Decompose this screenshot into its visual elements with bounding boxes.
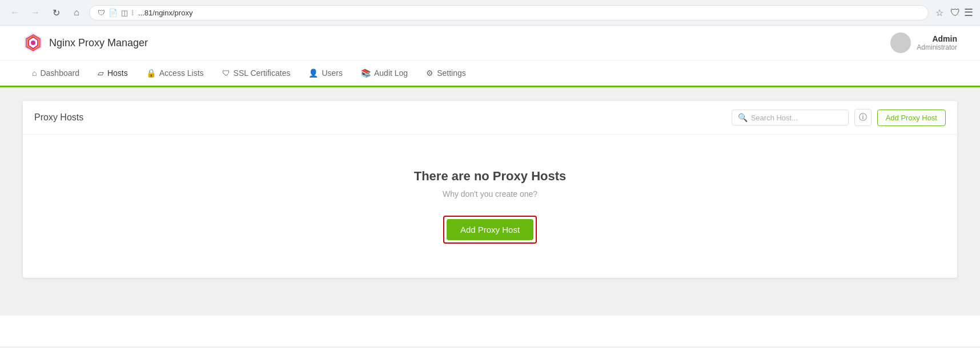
bookmark-button[interactable]: ☆ [933, 7, 946, 18]
nav-item-dashboard[interactable]: ⌂ Dashboard [23, 60, 89, 87]
forward-button[interactable]: → [27, 5, 43, 21]
nav-label-audit-log: Audit Log [374, 68, 408, 78]
proxy-card-actions: 🔍 ⓘ Add Proxy Host [732, 109, 946, 126]
main-content: Proxy Hosts 🔍 ⓘ Add Proxy Host There are… [0, 87, 980, 315]
page-icon: 📄 [109, 9, 118, 17]
nav-label-ssl: SSL Certificates [234, 68, 291, 78]
search-input[interactable] [751, 114, 842, 122]
reload-button[interactable]: ↻ [48, 5, 64, 21]
search-icon: 🔍 [738, 113, 748, 122]
audit-icon: 📚 [361, 68, 371, 78]
grid-icon: ⁝ [131, 9, 134, 17]
user-role: Administrator [917, 43, 957, 51]
app-nav: ⌂ Dashboard ▱ Hosts 🔒 Access Lists 🛡 SSL… [0, 60, 980, 87]
shield-browser-icon: 🛡 [950, 7, 961, 19]
nav-label-settings: Settings [437, 68, 466, 78]
app-logo-icon [23, 33, 43, 53]
home-button[interactable]: ⌂ [69, 5, 85, 21]
app-title: Nginx Proxy Manager [49, 37, 148, 49]
menu-icon: ☰ [964, 6, 973, 19]
app-logo: Nginx Proxy Manager [23, 33, 148, 53]
svg-point-4 [31, 41, 35, 45]
address-text: ...81/nginx/proxy [138, 9, 920, 17]
nav-item-hosts[interactable]: ▱ Hosts [89, 60, 137, 87]
add-proxy-host-main-button[interactable]: Add Proxy Host [447, 219, 533, 240]
dashboard-icon: ⌂ [32, 68, 37, 78]
nav-label-users: Users [322, 68, 343, 78]
nav-item-settings[interactable]: ⚙ Settings [417, 60, 475, 87]
app-wrapper: Nginx Proxy Manager Admin Administrator … [0, 26, 980, 346]
help-button[interactable]: ⓘ [854, 109, 871, 126]
nav-item-ssl[interactable]: 🛡 SSL Certificates [213, 60, 300, 87]
nav-item-users[interactable]: 👤 Users [299, 60, 352, 87]
user-details: Admin Administrator [917, 34, 957, 51]
hosts-icon: ▱ [98, 68, 104, 78]
tab-icon: ◫ [121, 9, 128, 17]
proxy-card: Proxy Hosts 🔍 ⓘ Add Proxy Host There are… [23, 101, 957, 278]
user-name: Admin [917, 34, 957, 43]
user-info: Admin Administrator [890, 33, 957, 53]
nav-label-access-lists: Access Lists [159, 68, 204, 78]
nav-item-audit-log[interactable]: 📚 Audit Log [352, 60, 417, 87]
ssl-icon: 🛡 [222, 68, 230, 78]
settings-icon: ⚙ [426, 68, 433, 78]
nav-item-access-lists[interactable]: 🔒 Access Lists [137, 60, 213, 87]
search-box: 🔍 [732, 110, 849, 126]
users-icon: 👤 [308, 68, 318, 78]
nav-label-dashboard: Dashboard [40, 68, 79, 78]
empty-state-title: There are no Proxy Hosts [34, 169, 946, 184]
empty-state: There are no Proxy Hosts Why don't you c… [23, 135, 957, 278]
nav-label-hosts: Hosts [107, 68, 128, 78]
browser-toolbar: ← → ↻ ⌂ 🛡 📄 ◫ ⁝ ...81/nginx/proxy ☆ 🛡 ☰ [0, 0, 980, 25]
address-bar[interactable]: 🛡 📄 ◫ ⁝ ...81/nginx/proxy [89, 5, 929, 21]
browser-right-icons: 🛡 ☰ [950, 6, 973, 19]
lock-icon: 🔒 [146, 68, 156, 78]
proxy-card-header: Proxy Hosts 🔍 ⓘ Add Proxy Host [23, 101, 957, 135]
browser-chrome: ← → ↻ ⌂ 🛡 📄 ◫ ⁝ ...81/nginx/proxy ☆ 🛡 ☰ [0, 0, 980, 26]
user-avatar [890, 33, 911, 53]
shield-icon: 🛡 [98, 9, 105, 17]
empty-state-subtitle: Why don't you create one? [34, 189, 946, 199]
add-proxy-host-highlight: Add Proxy Host [443, 216, 537, 244]
app-header: Nginx Proxy Manager Admin Administrator [0, 26, 980, 60]
proxy-card-title: Proxy Hosts [34, 112, 83, 123]
add-proxy-host-header-button[interactable]: Add Proxy Host [877, 110, 946, 126]
address-bar-icons: 🛡 📄 ◫ ⁝ [98, 9, 134, 17]
back-button[interactable]: ← [7, 5, 23, 21]
